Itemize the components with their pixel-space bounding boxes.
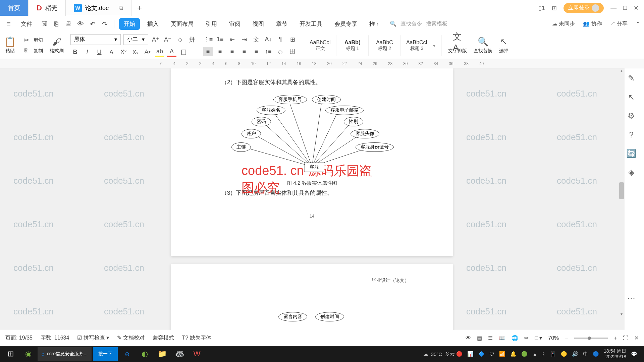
shading-icon[interactable]: ◇ xyxy=(276,47,285,56)
taskbar-360-icon[interactable]: ◐ xyxy=(137,346,153,362)
tab-home[interactable]: 首页 xyxy=(0,0,29,16)
missing-font[interactable]: T? 缺失字体 xyxy=(182,335,211,342)
new-tab-button[interactable]: + xyxy=(131,0,148,16)
style-more-icon[interactable]: ▾ xyxy=(433,43,441,48)
taskbar-ie-icon[interactable]: e xyxy=(119,346,135,362)
numbering-icon[interactable]: 1≡ xyxy=(215,35,225,44)
menu-member[interactable]: 会员专享 xyxy=(330,18,362,30)
view-read-icon[interactable]: 📖 xyxy=(499,335,505,341)
pencil-icon[interactable]: ✎ xyxy=(628,74,635,83)
bullets-icon[interactable]: ⋮≡ xyxy=(203,35,213,44)
zoom-slider[interactable] xyxy=(574,338,608,339)
tray-icon[interactable]: 📱 xyxy=(550,351,556,357)
menu-more[interactable]: 推 › xyxy=(365,18,383,30)
bold-icon[interactable]: B xyxy=(70,48,80,57)
taskbar-wps-icon[interactable]: W xyxy=(189,346,205,362)
menu-layout[interactable]: 页面布局 xyxy=(166,18,198,30)
tray-icon[interactable]: 🟡 xyxy=(561,351,567,357)
cut-icon[interactable]: ✂ xyxy=(21,36,31,45)
start-button[interactable]: ⊞ xyxy=(3,346,19,362)
borders-icon[interactable]: 田 xyxy=(288,47,297,56)
tray-icon[interactable]: 🔷 xyxy=(478,351,485,357)
tray-icon[interactable]: 🟢 xyxy=(521,351,528,357)
undo-icon[interactable]: ↶ xyxy=(88,19,97,29)
find-icon[interactable]: 🔍 xyxy=(478,37,488,47)
help-icon[interactable]: ? xyxy=(629,130,633,139)
text-effect-icon[interactable]: A• xyxy=(143,48,152,57)
outdent-icon[interactable]: ⇤ xyxy=(227,35,237,44)
zoom-level[interactable]: 70% xyxy=(548,335,559,341)
tab-daoke[interactable]: D稻壳 xyxy=(29,0,66,16)
copilot-icon[interactable]: ◉ xyxy=(20,346,36,362)
reading-mode-icon[interactable]: ▯1 xyxy=(538,4,545,12)
menu-icon[interactable]: ≡ xyxy=(4,19,13,29)
close-button[interactable]: ✕ xyxy=(634,4,639,12)
style-h3[interactable]: AaBbCcI标题 3 xyxy=(401,35,433,56)
translate-icon[interactable]: 🔄 xyxy=(626,149,636,158)
minimize-button[interactable]: — xyxy=(610,4,616,11)
tray-icon[interactable]: 🔴 xyxy=(456,351,463,357)
export-icon[interactable]: ⎘ xyxy=(52,19,61,29)
menu-start[interactable]: 开始 xyxy=(119,18,140,30)
print-icon[interactable]: 🖶 xyxy=(64,19,73,29)
superscript-icon[interactable]: X² xyxy=(119,48,128,57)
style-h1[interactable]: AaBb(标题 1 xyxy=(336,35,369,56)
sort-icon[interactable]: A↓ xyxy=(264,35,273,44)
scroll-down-icon[interactable]: ▾ xyxy=(619,312,625,318)
grow-font-icon[interactable]: A⁺ xyxy=(151,35,160,44)
align-justify-icon[interactable]: ≡ xyxy=(239,47,249,56)
paste-icon[interactable]: 📋 xyxy=(5,37,15,47)
sliders-icon[interactable]: ⚙ xyxy=(628,111,635,121)
chevron-up-icon[interactable]: ⌃ xyxy=(636,21,640,27)
text-dir-icon[interactable]: 文 xyxy=(252,35,261,44)
view-page-icon[interactable]: ▤ xyxy=(477,335,482,341)
weather-widget[interactable]: ☁ 30°C 多云 xyxy=(423,351,455,357)
font-color-icon[interactable]: A xyxy=(167,48,176,57)
align-dist-icon[interactable]: ≡ xyxy=(252,47,261,56)
tray-icon[interactable]: 🛡 xyxy=(489,351,494,357)
tray-volume-icon[interactable]: 🔊 xyxy=(572,351,578,357)
tray-bluetooth-icon[interactable]: ᛒ xyxy=(542,351,545,357)
align-right-icon[interactable]: ≡ xyxy=(227,47,237,56)
cursor-icon[interactable]: ↖ xyxy=(628,93,635,102)
taskbar-search[interactable]: 搜一下 xyxy=(93,347,118,361)
line-spacing-icon[interactable]: ↕≡ xyxy=(264,47,273,56)
clear-format-icon[interactable]: ◇ xyxy=(175,35,184,44)
pinyin-icon[interactable]: 拼 xyxy=(187,35,197,44)
action-center-icon[interactable]: 💬 xyxy=(631,351,637,357)
taskbar-task-ie[interactable]: eccrc信息安全服务... xyxy=(38,347,92,361)
zoom-out-icon[interactable]: − xyxy=(565,335,568,341)
size-select[interactable]: 小二▾ xyxy=(123,34,148,45)
menu-view[interactable]: 视图 xyxy=(248,18,269,30)
settings-icon[interactable]: ✕ xyxy=(634,335,639,341)
scroll-thumb[interactable] xyxy=(619,182,624,199)
indent-icon[interactable]: ⇥ xyxy=(239,35,249,44)
italic-icon[interactable]: I xyxy=(83,48,92,57)
spellcheck-toggle[interactable]: ☑ 拼写检查 ▾ xyxy=(77,335,109,342)
zoom-in-icon[interactable]: + xyxy=(614,335,617,341)
sync-status[interactable]: ☁ 未同步 xyxy=(552,20,575,27)
tab-document[interactable]: W 论文.doc ⧉ xyxy=(66,0,131,16)
tray-wifi-icon[interactable]: 📶 xyxy=(499,351,505,357)
ruler[interactable]: 642246810121416182022242628303234363840 xyxy=(0,59,644,68)
subscript-icon[interactable]: X₂ xyxy=(131,48,140,57)
redo-icon[interactable]: ↷ xyxy=(100,19,109,29)
share-button[interactable]: ↗ 分享 xyxy=(610,20,628,27)
login-button[interactable]: 立即登录 xyxy=(564,3,604,13)
para-mark-icon[interactable]: ¶ xyxy=(276,35,285,44)
menu-chapter[interactable]: 章节 xyxy=(271,18,292,30)
menu-cite[interactable]: 引用 xyxy=(201,18,222,30)
style-body[interactable]: AaBbCcI正文 xyxy=(304,35,336,56)
diamond-icon[interactable]: ◈ xyxy=(628,168,634,177)
tray-icon[interactable]: 📊 xyxy=(467,351,474,357)
shrink-font-icon[interactable]: A⁻ xyxy=(163,35,172,44)
tab-window-icon[interactable]: ⧉ xyxy=(119,4,123,11)
more-icon[interactable]: ⋯ xyxy=(627,294,635,303)
zoom-fit-icon[interactable]: □ ▾ xyxy=(535,335,542,341)
fullscreen-icon[interactable]: ⛶ xyxy=(623,335,628,341)
taskbar-app1-icon[interactable]: 🦝 xyxy=(171,346,187,362)
view-web-icon[interactable]: 🌐 xyxy=(512,335,518,341)
menu-review[interactable]: 审阅 xyxy=(224,18,245,30)
page-indicator[interactable]: 页面: 19/35 xyxy=(5,335,33,342)
char-border-icon[interactable]: 囗 xyxy=(179,48,189,57)
